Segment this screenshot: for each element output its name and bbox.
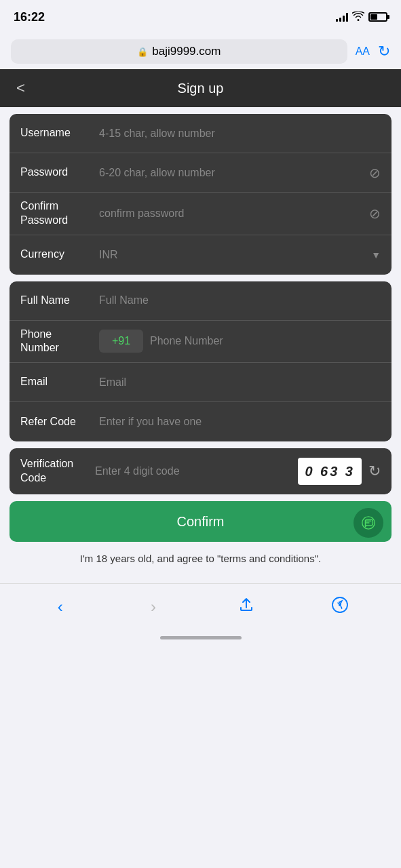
username-label: Username [20,126,88,140]
browser-back-button[interactable]: ‹ [52,592,69,622]
captcha-text: 0 63 3 [305,464,355,479]
browser-forward-button[interactable]: › [145,592,161,622]
status-icons [336,12,387,23]
compass-button[interactable] [331,596,349,618]
confirm-password-input[interactable] [99,208,358,220]
share-button[interactable] [238,597,254,617]
page-header: < Sign up [0,69,401,107]
confirm-password-row: Confirm Password ⊘ [9,193,392,235]
account-info-section: Username Password ⊘ Confirm Password ⊘ C… [9,114,392,275]
chevron-down-icon: ▼ [371,250,381,260]
verification-row: Verification Code 0 63 3 ↻ [9,448,392,494]
status-bar: 16:22 [0,0,401,34]
status-time: 16:22 [14,10,45,24]
phone-number-input[interactable] [150,335,381,347]
email-input[interactable] [99,376,381,389]
captcha-image: 0 63 3 [298,458,362,485]
email-row: Email [9,363,392,402]
username-row: Username [9,114,392,153]
personal-info-section: Full Name Phone Number +91 Email Refer C… [9,281,392,442]
browser-nav: ‹ › [0,583,401,631]
verification-code-input[interactable] [95,465,291,477]
confirm-button[interactable]: Confirm [9,501,392,542]
page-title: Sign up [178,81,224,96]
password-row: Password ⊘ [9,153,392,193]
home-indicator [0,631,401,642]
lock-icon: 🔒 [137,47,148,57]
country-code: +91 [112,335,130,347]
battery-icon [368,12,387,22]
verification-code-label: Verification Code [20,457,88,486]
password-label: Password [20,165,88,180]
username-input[interactable] [99,127,381,140]
confirm-password-label: Confirm Password [20,199,88,228]
refer-code-row: Refer Code [9,402,392,441]
refresh-captcha-icon[interactable]: ↻ [368,462,381,480]
verification-section: Verification Code 0 63 3 ↻ [9,448,392,494]
phone-number-row: Phone Number +91 [9,321,392,363]
currency-select[interactable]: INR ▼ [99,249,381,261]
full-name-label: Full Name [20,294,88,308]
country-code-box[interactable]: +91 [99,330,143,353]
full-name-row: Full Name [9,281,392,321]
url-text: baji9999.com [152,45,221,58]
refer-code-label: Refer Code [20,415,88,429]
wifi-icon [352,12,364,23]
email-label: Email [20,375,88,389]
currency-value: INR [99,249,118,261]
aa-button[interactable]: AA [356,45,370,58]
password-input[interactable] [99,167,358,179]
refer-code-input[interactable] [99,416,381,428]
currency-row: Currency INR ▼ [9,235,392,275]
home-bar [160,636,242,639]
signal-icon [336,12,348,22]
phone-number-label: Phone Number [20,328,88,356]
browser-bar: 🔒 baji9999.com AA ↻ [0,34,401,69]
full-name-input[interactable] [99,294,381,307]
verification-input-area: 0 63 3 ↻ [95,458,381,485]
url-bar[interactable]: 🔒 baji9999.com [11,39,347,64]
phone-inputs: +91 [99,330,381,353]
currency-label: Currency [20,248,88,262]
refresh-icon[interactable]: ↻ [378,43,390,60]
support-chat-icon[interactable] [354,508,383,538]
confirm-section: Confirm [9,501,392,542]
confirm-password-toggle-icon[interactable]: ⊘ [369,205,381,222]
terms-text: I'm 18 years old, and agree to "terms an… [0,542,401,576]
password-toggle-icon[interactable]: ⊘ [369,165,381,181]
back-button[interactable]: < [11,77,31,100]
